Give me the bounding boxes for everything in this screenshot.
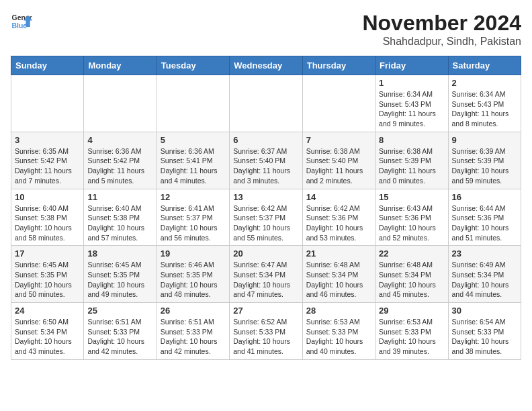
header: General Blue November 2024 Shahdadpur, S…: [11, 11, 521, 48]
day-number: 29: [379, 306, 444, 316]
day-number: 6: [233, 135, 298, 145]
day-number: 7: [306, 135, 371, 145]
day-info: Sunrise: 6:40 AM Sunset: 5:38 PM Dayligh…: [15, 203, 80, 243]
day-info: Sunrise: 6:46 AM Sunset: 5:35 PM Dayligh…: [161, 260, 226, 300]
day-info: Sunrise: 6:41 AM Sunset: 5:37 PM Dayligh…: [161, 203, 226, 243]
calendar-cell: 27Sunrise: 6:52 AM Sunset: 5:33 PM Dayli…: [230, 303, 302, 360]
day-number: 28: [306, 306, 371, 316]
weekday-header-friday: Friday: [375, 56, 448, 75]
calendar-cell: 25Sunrise: 6:51 AM Sunset: 5:33 PM Dayli…: [84, 303, 157, 360]
calendar-cell: 24Sunrise: 6:50 AM Sunset: 5:34 PM Dayli…: [11, 303, 84, 360]
day-number: 2: [452, 78, 517, 88]
week-row-2: 3Sunrise: 6:35 AM Sunset: 5:42 PM Daylig…: [11, 132, 521, 189]
day-info: Sunrise: 6:38 AM Sunset: 5:40 PM Dayligh…: [306, 146, 371, 186]
day-number: 8: [379, 135, 444, 145]
calendar-cell: 11Sunrise: 6:40 AM Sunset: 5:38 PM Dayli…: [84, 189, 157, 246]
day-info: Sunrise: 6:45 AM Sunset: 5:35 PM Dayligh…: [87, 260, 152, 300]
day-info: Sunrise: 6:52 AM Sunset: 5:33 PM Dayligh…: [233, 317, 298, 357]
day-info: Sunrise: 6:49 AM Sunset: 5:34 PM Dayligh…: [452, 260, 517, 300]
day-number: 5: [161, 135, 226, 145]
weekday-header-saturday: Saturday: [448, 56, 521, 75]
calendar-cell: 17Sunrise: 6:45 AM Sunset: 5:35 PM Dayli…: [11, 246, 84, 303]
day-number: 16: [452, 192, 517, 202]
day-number: 15: [379, 192, 444, 202]
day-number: 22: [379, 248, 444, 259]
day-info: Sunrise: 6:53 AM Sunset: 5:33 PM Dayligh…: [379, 317, 444, 357]
day-number: 23: [452, 248, 517, 259]
calendar-cell: [302, 75, 375, 132]
calendar-cell: [11, 75, 84, 132]
calendar-cell: 19Sunrise: 6:46 AM Sunset: 5:35 PM Dayli…: [157, 246, 229, 303]
calendar-cell: 6Sunrise: 6:37 AM Sunset: 5:40 PM Daylig…: [230, 132, 302, 189]
calendar-cell: 22Sunrise: 6:48 AM Sunset: 5:34 PM Dayli…: [375, 246, 448, 303]
day-number: 27: [233, 306, 298, 316]
day-info: Sunrise: 6:50 AM Sunset: 5:34 PM Dayligh…: [15, 317, 80, 357]
day-number: 3: [15, 135, 80, 145]
calendar-cell: 4Sunrise: 6:36 AM Sunset: 5:42 PM Daylig…: [84, 132, 157, 189]
day-info: Sunrise: 6:42 AM Sunset: 5:37 PM Dayligh…: [233, 203, 298, 243]
calendar-cell: 9Sunrise: 6:39 AM Sunset: 5:39 PM Daylig…: [448, 132, 521, 189]
weekday-header-row: SundayMondayTuesdayWednesdayThursdayFrid…: [11, 56, 521, 75]
weekday-header-wednesday: Wednesday: [230, 56, 302, 75]
title-section: November 2024 Shahdadpur, Sindh, Pakista…: [362, 11, 521, 48]
day-info: Sunrise: 6:45 AM Sunset: 5:35 PM Dayligh…: [15, 260, 80, 300]
svg-text:Blue: Blue: [12, 22, 28, 30]
calendar-cell: 7Sunrise: 6:38 AM Sunset: 5:40 PM Daylig…: [302, 132, 375, 189]
day-number: 20: [233, 248, 298, 259]
day-info: Sunrise: 6:48 AM Sunset: 5:34 PM Dayligh…: [306, 260, 371, 300]
day-number: 10: [15, 192, 80, 202]
weekday-header-sunday: Sunday: [11, 56, 84, 75]
day-number: 25: [87, 306, 152, 316]
calendar-cell: 21Sunrise: 6:48 AM Sunset: 5:34 PM Dayli…: [302, 246, 375, 303]
month-title: November 2024: [362, 11, 521, 36]
calendar-table: SundayMondayTuesdayWednesdayThursdayFrid…: [11, 56, 521, 360]
calendar-cell: [84, 75, 157, 132]
calendar-cell: 15Sunrise: 6:43 AM Sunset: 5:36 PM Dayli…: [375, 189, 448, 246]
weekday-header-tuesday: Tuesday: [157, 56, 229, 75]
day-number: 24: [15, 306, 80, 316]
day-info: Sunrise: 6:40 AM Sunset: 5:38 PM Dayligh…: [87, 203, 152, 243]
day-number: 14: [306, 192, 371, 202]
day-number: 18: [87, 248, 152, 259]
day-number: 17: [15, 248, 80, 259]
calendar-cell: 2Sunrise: 6:34 AM Sunset: 5:43 PM Daylig…: [448, 75, 521, 132]
day-number: 11: [87, 192, 152, 202]
day-info: Sunrise: 6:36 AM Sunset: 5:42 PM Dayligh…: [87, 146, 152, 186]
logo-icon: General Blue: [11, 11, 32, 32]
day-info: Sunrise: 6:51 AM Sunset: 5:33 PM Dayligh…: [87, 317, 152, 357]
day-info: Sunrise: 6:35 AM Sunset: 5:42 PM Dayligh…: [15, 146, 80, 186]
day-info: Sunrise: 6:47 AM Sunset: 5:34 PM Dayligh…: [233, 260, 298, 300]
weekday-header-thursday: Thursday: [302, 56, 375, 75]
day-number: 9: [452, 135, 517, 145]
calendar-cell: 5Sunrise: 6:36 AM Sunset: 5:41 PM Daylig…: [157, 132, 229, 189]
day-info: Sunrise: 6:51 AM Sunset: 5:33 PM Dayligh…: [161, 317, 226, 357]
day-info: Sunrise: 6:36 AM Sunset: 5:41 PM Dayligh…: [161, 146, 226, 186]
day-info: Sunrise: 6:34 AM Sunset: 5:43 PM Dayligh…: [379, 89, 444, 129]
day-info: Sunrise: 6:54 AM Sunset: 5:33 PM Dayligh…: [452, 317, 517, 357]
day-number: 1: [379, 78, 444, 88]
calendar-cell: 10Sunrise: 6:40 AM Sunset: 5:38 PM Dayli…: [11, 189, 84, 246]
calendar-cell: 26Sunrise: 6:51 AM Sunset: 5:33 PM Dayli…: [157, 303, 229, 360]
day-number: 13: [233, 192, 298, 202]
day-number: 21: [306, 248, 371, 259]
day-number: 26: [161, 306, 226, 316]
logo: General Blue: [11, 11, 32, 32]
week-row-5: 24Sunrise: 6:50 AM Sunset: 5:34 PM Dayli…: [11, 303, 521, 360]
day-info: Sunrise: 6:37 AM Sunset: 5:40 PM Dayligh…: [233, 146, 298, 186]
calendar-cell: 29Sunrise: 6:53 AM Sunset: 5:33 PM Dayli…: [375, 303, 448, 360]
week-row-3: 10Sunrise: 6:40 AM Sunset: 5:38 PM Dayli…: [11, 189, 521, 246]
calendar-cell: 16Sunrise: 6:44 AM Sunset: 5:36 PM Dayli…: [448, 189, 521, 246]
calendar-cell: 20Sunrise: 6:47 AM Sunset: 5:34 PM Dayli…: [230, 246, 302, 303]
day-number: 4: [87, 135, 152, 145]
weekday-header-monday: Monday: [84, 56, 157, 75]
calendar-cell: 1Sunrise: 6:34 AM Sunset: 5:43 PM Daylig…: [375, 75, 448, 132]
day-number: 30: [452, 306, 517, 316]
week-row-1: 1Sunrise: 6:34 AM Sunset: 5:43 PM Daylig…: [11, 75, 521, 132]
location-title: Shahdadpur, Sindh, Pakistan: [362, 36, 521, 48]
calendar-cell: [230, 75, 302, 132]
week-row-4: 17Sunrise: 6:45 AM Sunset: 5:35 PM Dayli…: [11, 246, 521, 303]
day-number: 19: [161, 248, 226, 259]
day-info: Sunrise: 6:43 AM Sunset: 5:36 PM Dayligh…: [379, 203, 444, 243]
calendar-cell: 3Sunrise: 6:35 AM Sunset: 5:42 PM Daylig…: [11, 132, 84, 189]
calendar-cell: 14Sunrise: 6:42 AM Sunset: 5:36 PM Dayli…: [302, 189, 375, 246]
